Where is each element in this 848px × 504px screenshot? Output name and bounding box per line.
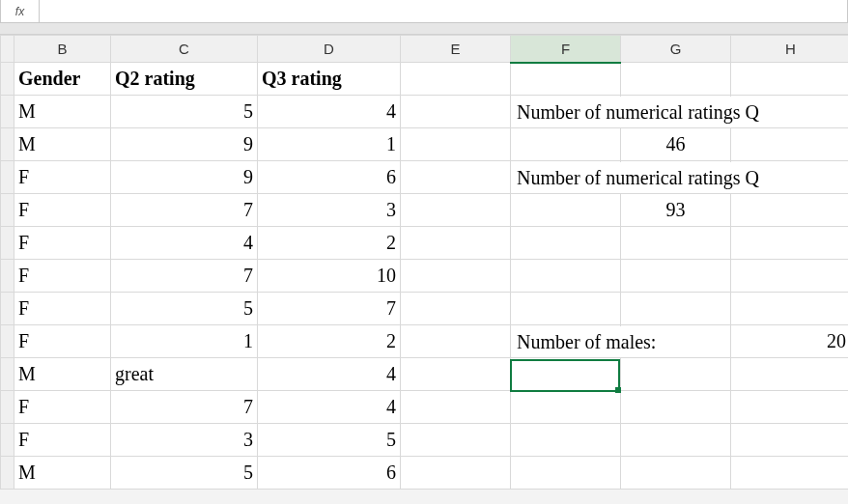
row-gutter[interactable] (1, 424, 14, 457)
row-gutter[interactable] (1, 293, 14, 325)
cell[interactable]: 3 (111, 424, 258, 457)
cell[interactable]: 5 (111, 293, 258, 325)
cell[interactable] (621, 227, 731, 260)
row-gutter[interactable] (1, 161, 14, 194)
cell[interactable]: 6 (258, 161, 401, 194)
row-gutter[interactable] (1, 128, 14, 161)
cell[interactable]: 4 (258, 96, 401, 128)
cell[interactable]: 2 (258, 325, 401, 358)
cell[interactable]: 4 (258, 391, 401, 424)
row-gutter[interactable] (1, 194, 14, 227)
cell[interactable] (731, 194, 849, 227)
cell[interactable]: 5 (258, 424, 401, 457)
cell[interactable] (401, 96, 511, 128)
cell[interactable] (401, 63, 511, 96)
cell[interactable] (621, 391, 731, 424)
formula-input[interactable] (40, 0, 847, 22)
cell[interactable] (401, 293, 511, 325)
cell[interactable] (401, 227, 511, 260)
cell[interactable] (511, 391, 621, 424)
cell[interactable]: 7 (111, 194, 258, 227)
cell[interactable] (511, 194, 621, 227)
row-gutter[interactable] (1, 358, 14, 391)
cell[interactable] (621, 260, 731, 293)
cell[interactable]: 9 (111, 128, 258, 161)
cell[interactable]: 46 (621, 128, 731, 161)
cell[interactable]: 7 (258, 293, 401, 325)
cell[interactable] (621, 358, 731, 391)
cell[interactable] (621, 63, 731, 96)
cell[interactable]: F (14, 293, 111, 325)
cell[interactable]: M (14, 457, 111, 490)
cell[interactable] (401, 161, 511, 194)
cell[interactable]: 1 (111, 325, 258, 358)
cell[interactable] (731, 63, 849, 96)
cell[interactable] (401, 424, 511, 457)
cell[interactable] (401, 325, 511, 358)
cell[interactable] (731, 457, 849, 490)
col-header-e[interactable]: E (401, 36, 511, 63)
cell[interactable]: F (14, 391, 111, 424)
cell[interactable] (401, 358, 511, 391)
row-gutter[interactable] (1, 63, 14, 96)
cell[interactable] (731, 391, 849, 424)
cell[interactable]: 5 (111, 96, 258, 128)
cell[interactable]: 5 (111, 457, 258, 490)
cell[interactable] (511, 260, 621, 293)
cell[interactable]: M (14, 358, 111, 391)
col-header-f[interactable]: F (511, 36, 621, 63)
row-gutter[interactable] (1, 457, 14, 490)
cell[interactable]: great (111, 358, 258, 391)
col-header-c[interactable]: C (111, 36, 258, 63)
cell[interactable]: 2 (258, 227, 401, 260)
col-header-d[interactable]: D (258, 36, 401, 63)
cell[interactable] (511, 457, 621, 490)
row-gutter[interactable] (1, 260, 14, 293)
cell[interactable]: 93 (621, 194, 731, 227)
cell[interactable]: Gender (14, 63, 111, 96)
cell[interactable] (511, 358, 621, 391)
col-header-h[interactable]: H (731, 36, 849, 63)
row-gutter[interactable] (1, 227, 14, 260)
cell[interactable]: M (14, 96, 111, 128)
cell[interactable]: 7 (111, 391, 258, 424)
cell[interactable]: 4 (111, 227, 258, 260)
cell[interactable] (731, 260, 849, 293)
cell[interactable] (731, 424, 849, 457)
cell[interactable] (511, 128, 621, 161)
cell[interactable]: 1 (258, 128, 401, 161)
cell[interactable] (401, 260, 511, 293)
cell[interactable]: F (14, 325, 111, 358)
cell[interactable]: 3 (258, 194, 401, 227)
cell[interactable]: F (14, 161, 111, 194)
cell[interactable] (731, 293, 849, 325)
cell[interactable]: F (14, 260, 111, 293)
cell[interactable] (401, 194, 511, 227)
cell[interactable] (731, 128, 849, 161)
row-gutter[interactable] (1, 96, 14, 128)
cell[interactable]: Q3 rating (258, 63, 401, 96)
cell[interactable] (731, 358, 849, 391)
row-gutter[interactable] (1, 325, 14, 358)
cell[interactable] (511, 293, 621, 325)
cell[interactable]: 6 (258, 457, 401, 490)
cell[interactable]: 10 (258, 260, 401, 293)
cell[interactable] (621, 424, 731, 457)
cell[interactable] (621, 293, 731, 325)
cell[interactable]: 20 (731, 325, 849, 358)
cell[interactable] (731, 227, 849, 260)
cell[interactable] (401, 457, 511, 490)
cell[interactable]: 9 (111, 161, 258, 194)
cell[interactable] (401, 391, 511, 424)
row-gutter[interactable] (1, 391, 14, 424)
cell[interactable]: M (14, 128, 111, 161)
col-header-g[interactable]: G (621, 36, 731, 63)
cell[interactable]: F (14, 194, 111, 227)
cell[interactable]: 7 (111, 260, 258, 293)
col-header-b[interactable]: B (14, 36, 111, 63)
cell[interactable] (511, 227, 621, 260)
corner-cell[interactable] (1, 36, 14, 63)
cell[interactable]: F (14, 424, 111, 457)
cell[interactable]: 4 (258, 358, 401, 391)
cell[interactable] (511, 63, 621, 96)
